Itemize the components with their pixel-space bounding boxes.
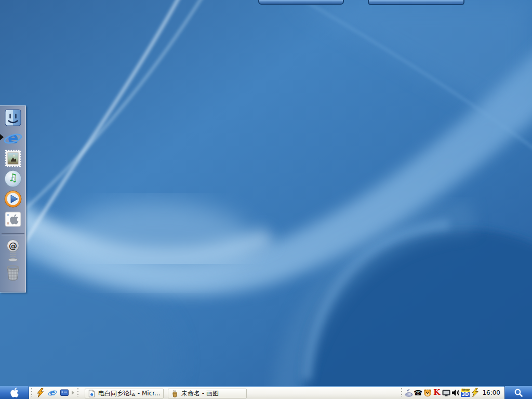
- telephone-icon[interactable]: ☎: [414, 388, 423, 397]
- task-button-title: 未命名 - 画图: [181, 389, 219, 398]
- ie-letter-small: e: [49, 388, 55, 397]
- paint-icon: [171, 390, 179, 397]
- taskbar: e e 电白同乡论坛 - Micr...: [0, 386, 532, 399]
- apple-box-icon[interactable]: [4, 210, 22, 229]
- start-button[interactable]: [0, 386, 29, 399]
- itunes-note: ♫: [8, 171, 18, 184]
- internet-explorer-quicklaunch-icon[interactable]: e: [47, 387, 58, 398]
- offscreen-button-left[interactable]: [258, 0, 344, 5]
- lightning-icon[interactable]: [470, 388, 480, 397]
- apple-logo-icon: [10, 387, 19, 398]
- show-desktop-icon[interactable]: [59, 387, 70, 398]
- svg-text:e: e: [90, 391, 93, 396]
- internet-explorer-icon[interactable]: e: [4, 129, 22, 148]
- ie-document-icon: e: [88, 390, 96, 397]
- task-button-title: 电白同乡论坛 - Micr...: [98, 389, 161, 398]
- taskband-separator: [77, 388, 78, 397]
- task-button-paint[interactable]: 未命名 - 画图: [168, 389, 247, 398]
- ie-letter: e: [7, 129, 18, 147]
- system-tray: ☎ K: [399, 386, 532, 399]
- tray-clock[interactable]: 16:00: [482, 389, 500, 396]
- monitor-icon[interactable]: [442, 388, 451, 397]
- magnifier-icon: [514, 388, 523, 397]
- offscreen-button-right[interactable]: [368, 0, 464, 5]
- year-3d-icon[interactable]: Year 3D: [461, 389, 470, 397]
- winamp-lightning-icon[interactable]: [35, 387, 46, 398]
- quicklaunch-overflow-chevron[interactable]: [70, 388, 75, 397]
- k-icon[interactable]: K: [432, 388, 442, 397]
- dog-face-icon[interactable]: [423, 388, 432, 397]
- finder-icon[interactable]: [4, 109, 22, 127]
- search-button[interactable]: [504, 386, 532, 399]
- picture-stamp-icon[interactable]: [4, 149, 22, 168]
- itunes-icon[interactable]: ♫: [4, 169, 22, 188]
- trash-icon[interactable]: [4, 263, 22, 282]
- quicklaunch-separator: [31, 388, 32, 397]
- desktop: e: [0, 0, 532, 399]
- at-symbol: @: [9, 241, 17, 251]
- wallpaper: [0, 0, 532, 399]
- ime-input-icon[interactable]: [404, 388, 414, 397]
- task-button-ie-forum[interactable]: e 电白同乡论坛 - Micr...: [85, 389, 164, 398]
- volume-icon[interactable]: [451, 388, 460, 397]
- mail-at-icon[interactable]: @: [4, 239, 22, 262]
- windows-media-player-icon[interactable]: [4, 190, 22, 208]
- tray-separator: [401, 388, 402, 397]
- dock-panel: e: [0, 105, 26, 292]
- dock-active-arrow: [0, 134, 4, 140]
- dock-divider: [2, 233, 24, 235]
